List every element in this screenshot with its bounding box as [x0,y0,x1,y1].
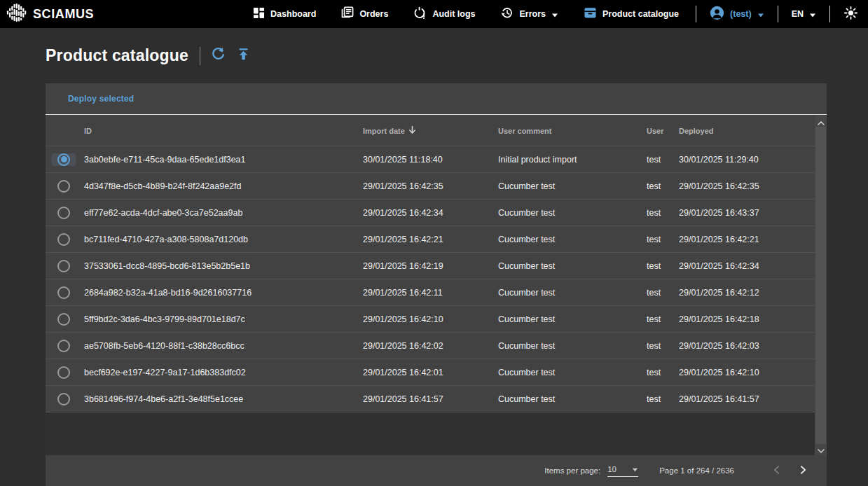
table-row[interactable]: 4d347f8e-d5cb-4b89-b24f-8f242aa9e2fd 29/… [46,173,815,200]
user-menu[interactable]: (test) [710,6,764,23]
header-cell-import-date[interactable]: Import date [363,125,498,136]
items-per-page-label: Items per page: [544,466,600,475]
row-radio-button[interactable] [57,393,70,405]
row-id-cell: 2684a982-b32a-41a8-bd16-9d2616037716 [84,288,363,298]
row-import-date-cell: 29/01/2025 16:42:02 [363,341,498,351]
header-cell-user-comment[interactable]: User comment [498,127,647,135]
previous-page-button [768,462,785,479]
brand[interactable]: SCIAMUS [6,2,94,26]
row-user-comment-cell: Cucumber test [498,181,647,191]
nav-divider [778,6,778,22]
table-row[interactable]: 3b681496-f974-4be6-a2f1-3e48f5e1ccee 29/… [46,386,815,412]
row-id-cell: eff77e62-acda-4dcf-abe0-3ca7e52aa9ab [84,208,363,218]
language-select[interactable]: EN [792,8,816,20]
table-row[interactable]: eff77e62-acda-4dcf-abe0-3ca7e52aa9ab 29/… [46,200,815,226]
row-id-cell: bc711fed-4710-427a-a308-5808a7d120db [84,235,363,244]
row-radio-button[interactable] [57,207,70,219]
header-cell-deployed[interactable]: Deployed [679,127,815,135]
table-row[interactable]: ae5708fb-5eb6-4120-88f1-c38b28cc6bcc 29/… [46,333,815,359]
row-select-cell [46,393,84,405]
page-title: Product catalogue [46,46,188,65]
table-header-row: ID Import date User comment User [46,116,815,146]
row-import-date-cell: 29/01/2025 16:42:11 [363,288,498,298]
upload-button[interactable] [235,48,251,64]
nav-item-orders[interactable]: Orders [341,6,388,22]
row-user-comment-cell: Cucumber test [498,208,647,218]
table-row[interactable]: 37533061-dcc8-4895-bcd6-813e5b2b5e1b 29/… [46,253,815,279]
chevron-down-icon [632,465,638,473]
row-radio-button[interactable] [57,286,70,299]
row-user-cell: test [647,181,679,191]
scrollbar-thumb[interactable] [815,127,826,444]
row-import-date-cell: 29/01/2025 16:42:19 [363,261,498,271]
table-row[interactable]: 3ab0ebfe-e711-45ca-9daa-65ede1df3ea1 30/… [46,146,815,173]
upload-icon [237,48,250,64]
table-row[interactable]: bc711fed-4710-427a-a308-5808a7d120db 29/… [46,226,815,253]
row-user-cell: test [647,368,679,377]
row-user-comment-cell: Cucumber test [498,235,647,244]
top-navbar: SCIAMUS Dashboard Orders [0,0,868,28]
row-deployed-cell: 29/01/2025 16:43:37 [679,208,815,218]
row-user-comment-cell: Cucumber test [498,368,647,377]
row-user-comment-cell: Cucumber test [498,394,647,404]
nav-item-audit-logs[interactable]: Audit logs [413,6,475,22]
nav-item-product-catalogue[interactable]: Product catalogue [584,6,679,22]
person-icon [710,6,724,23]
row-radio-button[interactable] [57,366,70,379]
scrollbar-up-button[interactable] [815,116,827,127]
row-deployed-cell: 30/01/2025 11:29:40 [679,155,815,165]
chevron-up-icon [818,116,825,128]
row-user-cell: test [647,235,679,244]
row-select-cell [46,286,84,299]
row-deployed-cell: 29/01/2025 16:42:21 [679,235,815,244]
scrollbar-down-button[interactable] [815,444,827,454]
deploy-selected-button[interactable]: Deploy selected [68,94,134,104]
row-deployed-cell: 29/01/2025 16:42:12 [679,288,815,298]
next-page-button[interactable] [794,462,811,479]
row-user-cell: test [647,288,679,298]
table-scroll-area: ID Import date User comment User [46,116,827,455]
audit-logs-icon [413,6,427,22]
row-id-cell: ae5708fb-5eb6-4120-88f1-c38b28cc6bcc [84,341,363,351]
header-cell-user[interactable]: User [647,127,679,135]
row-user-comment-cell: Cucumber test [498,261,647,271]
row-radio-button[interactable] [57,260,70,272]
row-radio-button[interactable] [57,153,70,166]
row-import-date-cell: 29/01/2025 16:41:57 [363,394,498,404]
table-scrollbar[interactable] [815,116,827,455]
row-user-cell: test [647,261,679,271]
row-id-cell: 37533061-dcc8-4895-bcd6-813e5b2b5e1b [84,261,363,271]
row-select-cell [46,207,84,219]
refresh-button[interactable] [210,48,226,64]
row-select-cell [46,260,84,272]
table-row[interactable]: 5ff9bd2c-3da6-4bc3-9799-89d701e18d7c 29/… [46,306,815,333]
row-id-cell: 3b681496-f974-4be6-a2f1-3e48f5e1ccee [84,394,363,404]
brand-name: SCIAMUS [33,7,94,22]
row-user-cell: test [647,155,679,165]
nav-divider [696,6,696,22]
header-cell-id[interactable]: ID [84,127,363,135]
row-id-cell: 4d347f8e-d5cb-4b89-b24f-8f242aa9e2fd [84,181,363,191]
chevron-down-icon [551,8,558,20]
theme-toggle-button[interactable] [843,6,858,23]
row-import-date-cell: 29/01/2025 16:42:35 [363,181,498,191]
title-divider [200,47,200,65]
items-per-page-select[interactable]: 10 [607,465,638,477]
row-radio-button[interactable] [57,313,70,326]
nav-item-dashboard[interactable]: Dashboard [253,7,316,22]
row-radio-button[interactable] [57,233,70,246]
row-select-cell [46,153,84,166]
table-body: 3ab0ebfe-e711-45ca-9daa-65ede1df3ea1 30/… [46,146,815,412]
row-import-date-cell: 29/01/2025 16:42:01 [363,368,498,377]
sciamus-logo-icon [6,2,27,26]
product-catalogue-panel: Deploy selected ID Import date [46,83,827,486]
table-row[interactable]: becf692e-e197-4227-9a17-1d6b383dfc02 29/… [46,359,815,386]
nav-item-errors[interactable]: Errors [500,6,558,22]
chevron-right-icon [800,465,806,476]
refresh-icon [211,47,226,64]
row-deployed-cell: 29/01/2025 16:41:57 [679,394,815,404]
row-user-cell: test [647,341,679,351]
table-row[interactable]: 2684a982-b32a-41a8-bd16-9d2616037716 29/… [46,279,815,306]
row-radio-button[interactable] [57,180,70,193]
row-radio-button[interactable] [57,340,70,352]
